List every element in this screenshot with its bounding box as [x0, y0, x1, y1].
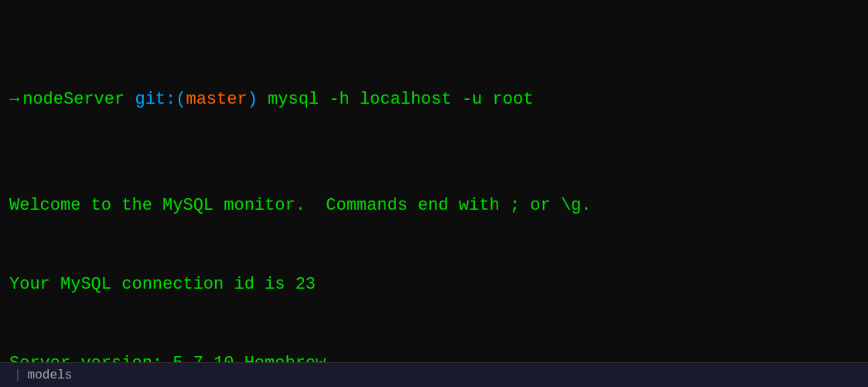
- output-line-2: Your MySQL connection id is 23: [9, 272, 859, 298]
- terminal-content: → nodeServer git: ( master ) mysql -h lo…: [9, 8, 859, 387]
- bottom-bar-separator: |: [14, 368, 22, 382]
- bottom-bar: | models: [0, 362, 868, 387]
- prompt-git-paren-open: (: [176, 87, 186, 113]
- prompt-line: → nodeServer git: ( master ) mysql -h lo…: [9, 87, 859, 113]
- prompt-git-label: git:: [125, 87, 176, 113]
- prompt-arrow: →: [9, 87, 19, 113]
- prompt-git-paren-close: ): [248, 87, 258, 113]
- prompt-directory: nodeServer: [22, 87, 125, 113]
- terminal-window: → nodeServer git: ( master ) mysql -h lo…: [0, 0, 868, 387]
- output-line-1: Welcome to the MySQL monitor. Commands e…: [9, 193, 859, 219]
- prompt-branch: master: [186, 87, 247, 113]
- bottom-bar-label: models: [28, 368, 73, 382]
- prompt-command: mysql -h localhost -u root: [258, 87, 533, 113]
